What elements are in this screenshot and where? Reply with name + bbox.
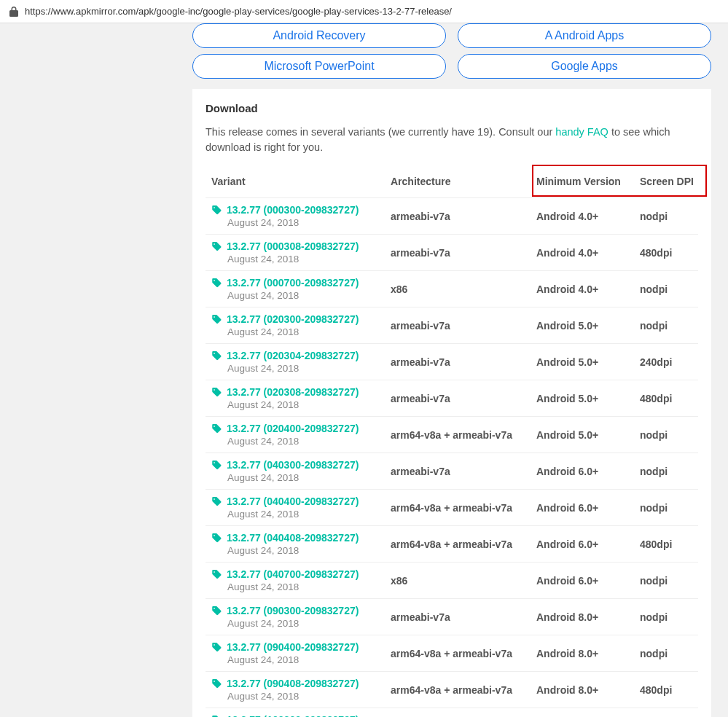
- table-row: 13.2.77 (020308-209832727)August 24, 201…: [206, 380, 698, 417]
- variant-date: August 24, 2018: [227, 691, 391, 702]
- tag-icon: [211, 241, 222, 252]
- variant-link[interactable]: 13.2.77 (090408-209832727): [211, 678, 391, 689]
- variant-name[interactable]: 13.2.77 (040408-209832727): [227, 532, 359, 544]
- min-version-cell: Android 8.0+: [536, 648, 640, 659]
- variant-cell: 13.2.77 (040400-209832727)August 24, 201…: [206, 495, 391, 520]
- pill-a-android-apps[interactable]: A Android Apps: [458, 23, 711, 48]
- variant-link[interactable]: 13.2.77 (100300-209832727): [211, 714, 391, 717]
- variant-name[interactable]: 13.2.77 (000700-209832727): [227, 277, 359, 289]
- table-row: 13.2.77 (090408-209832727)August 24, 201…: [206, 672, 698, 708]
- variant-link[interactable]: 13.2.77 (020400-209832727): [211, 423, 391, 434]
- variant-link[interactable]: 13.2.77 (040700-209832727): [211, 568, 391, 580]
- dpi-cell: nodpi: [640, 611, 698, 623]
- faq-link[interactable]: handy FAQ: [555, 126, 608, 138]
- variant-date: August 24, 2018: [227, 436, 391, 447]
- table-row: 13.2.77 (040400-209832727)August 24, 201…: [206, 490, 698, 526]
- variant-name[interactable]: 13.2.77 (100300-209832727): [227, 714, 359, 717]
- variant-name[interactable]: 13.2.77 (020300-209832727): [227, 313, 359, 325]
- variant-link[interactable]: 13.2.77 (090300-209832727): [211, 605, 391, 616]
- variant-cell: 13.2.77 (100300-209832727): [206, 714, 391, 717]
- variant-link[interactable]: 13.2.77 (000300-209832727): [211, 204, 391, 216]
- arch-cell: armeabi-v7a: [391, 393, 536, 404]
- pill-google-apps[interactable]: Google Apps: [458, 54, 711, 79]
- pill-android-recovery[interactable]: Android Recovery: [192, 23, 446, 48]
- th-variant: Variant: [206, 176, 391, 187]
- variant-name[interactable]: 13.2.77 (000308-209832727): [227, 240, 359, 252]
- variant-date: August 24, 2018: [227, 290, 391, 301]
- dpi-cell: nodpi: [640, 466, 698, 477]
- variant-link[interactable]: 13.2.77 (040400-209832727): [211, 495, 391, 507]
- dpi-cell: 480dpi: [640, 247, 698, 259]
- dpi-cell: nodpi: [640, 648, 698, 659]
- pill-row-1: Android Recovery A Android Apps: [192, 23, 711, 48]
- min-version-cell: Android 5.0+: [536, 429, 640, 441]
- th-screen-dpi: Screen DPI: [640, 176, 698, 187]
- variant-date: August 24, 2018: [227, 581, 391, 592]
- table-header: Variant Architecture Minimum Version Scr…: [206, 168, 698, 198]
- arch-cell: armeabi-v7a: [391, 211, 536, 222]
- variant-link[interactable]: 13.2.77 (000308-209832727): [211, 240, 391, 252]
- dpi-cell: nodpi: [640, 429, 698, 441]
- variant-name[interactable]: 13.2.77 (090408-209832727): [227, 678, 359, 689]
- dpi-cell: 480dpi: [640, 393, 698, 404]
- variant-name[interactable]: 13.2.77 (090300-209832727): [227, 605, 359, 616]
- dpi-cell: 480dpi: [640, 684, 698, 696]
- tag-icon: [211, 387, 222, 398]
- min-version-cell: Android 6.0+: [536, 502, 640, 514]
- variant-cell: 13.2.77 (000300-209832727)August 24, 201…: [206, 204, 391, 228]
- variant-cell: 13.2.77 (020308-209832727)August 24, 201…: [206, 386, 391, 410]
- variant-name[interactable]: 13.2.77 (000300-209832727): [227, 204, 359, 216]
- variant-link[interactable]: 13.2.77 (090400-209832727): [211, 641, 391, 653]
- arch-cell: arm64-v8a + armeabi-v7a: [391, 648, 536, 659]
- lock-icon: [9, 7, 19, 17]
- url-text[interactable]: https://www.apkmirror.com/apk/google-inc…: [25, 6, 452, 17]
- variant-cell: 13.2.77 (000308-209832727)August 24, 201…: [206, 240, 391, 265]
- arch-cell: armeabi-v7a: [391, 356, 536, 368]
- variant-cell: 13.2.77 (000700-209832727)August 24, 201…: [206, 277, 391, 301]
- card-title: Download: [206, 102, 698, 114]
- table-row: 13.2.77 (040300-209832727)August 24, 201…: [206, 453, 698, 490]
- variant-name[interactable]: 13.2.77 (090400-209832727): [227, 641, 359, 653]
- min-version-cell: Android 5.0+: [536, 320, 640, 332]
- variant-name[interactable]: 13.2.77 (020308-209832727): [227, 386, 359, 398]
- arch-cell: x86: [391, 283, 536, 295]
- variant-date: August 24, 2018: [227, 472, 391, 483]
- table-row: 13.2.77 (090400-209832727)August 24, 201…: [206, 635, 698, 672]
- address-bar: https://www.apkmirror.com/apk/google-inc…: [0, 0, 728, 23]
- tag-icon: [211, 205, 222, 216]
- variant-link[interactable]: 13.2.77 (000700-209832727): [211, 277, 391, 289]
- variant-link[interactable]: 13.2.77 (020300-209832727): [211, 313, 391, 325]
- variant-cell: 13.2.77 (090408-209832727)August 24, 201…: [206, 678, 391, 702]
- variant-link[interactable]: 13.2.77 (040300-209832727): [211, 459, 391, 471]
- variant-name[interactable]: 13.2.77 (040400-209832727): [227, 495, 359, 507]
- variant-cell: 13.2.77 (040700-209832727)August 24, 201…: [206, 568, 391, 592]
- variant-link[interactable]: 13.2.77 (020308-209832727): [211, 386, 391, 398]
- variant-date: August 24, 2018: [227, 509, 391, 520]
- download-card: Download This release comes in several v…: [192, 89, 711, 717]
- variant-link[interactable]: 13.2.77 (040408-209832727): [211, 532, 391, 544]
- variant-name[interactable]: 13.2.77 (020304-209832727): [227, 350, 359, 361]
- variant-date: August 24, 2018: [227, 399, 391, 410]
- pill-row-2: Microsoft PowerPoint Google Apps: [192, 54, 711, 79]
- card-desc: This release comes in several variants (…: [206, 125, 698, 155]
- table-row: 13.2.77 (000300-209832727)August 24, 201…: [206, 198, 698, 235]
- table-row: 13.2.77 (040408-209832727)August 24, 201…: [206, 526, 698, 563]
- variant-link[interactable]: 13.2.77 (020304-209832727): [211, 350, 391, 361]
- variant-cell: 13.2.77 (020304-209832727)August 24, 201…: [206, 350, 391, 374]
- tag-icon: [211, 678, 222, 689]
- variant-date: August 24, 2018: [227, 654, 391, 665]
- dpi-cell: nodpi: [640, 283, 698, 295]
- variant-cell: 13.2.77 (090400-209832727)August 24, 201…: [206, 641, 391, 665]
- variant-cell: 13.2.77 (020400-209832727)August 24, 201…: [206, 423, 391, 447]
- variants-table: Variant Architecture Minimum Version Scr…: [206, 168, 698, 717]
- th-architecture: Architecture: [391, 176, 536, 187]
- variant-name[interactable]: 13.2.77 (040300-209832727): [227, 459, 359, 471]
- variant-date: August 24, 2018: [227, 254, 391, 265]
- variant-name[interactable]: 13.2.77 (020400-209832727): [227, 423, 359, 434]
- variant-name[interactable]: 13.2.77 (040700-209832727): [227, 568, 359, 580]
- arch-cell: armeabi-v7a: [391, 247, 536, 259]
- table-row: 13.2.77 (090300-209832727)August 24, 201…: [206, 599, 698, 635]
- arch-cell: armeabi-v7a: [391, 320, 536, 332]
- table-row: 13.2.77 (020400-209832727)August 24, 201…: [206, 417, 698, 453]
- pill-microsoft-powerpoint[interactable]: Microsoft PowerPoint: [192, 54, 446, 79]
